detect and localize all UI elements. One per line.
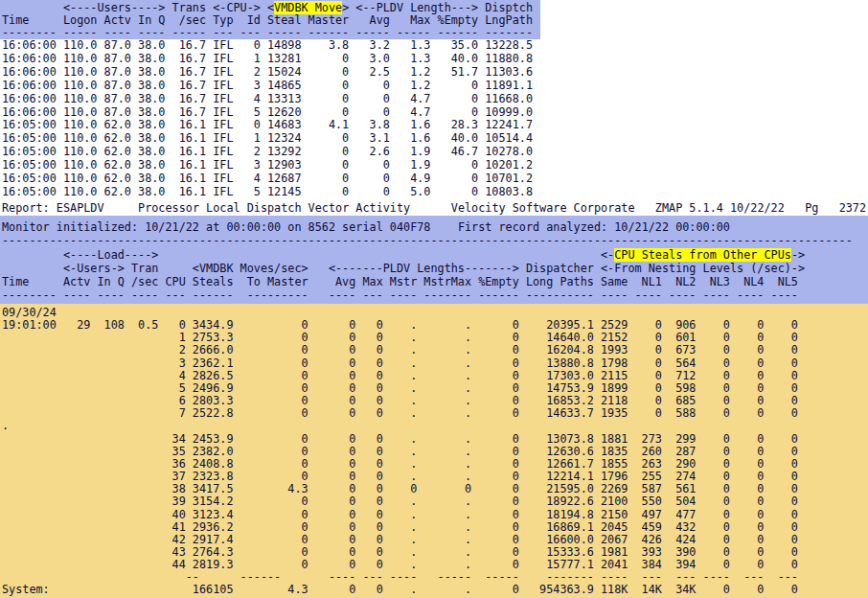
version-date: ZMAP 5.1.4 10/22/22 <box>655 201 785 215</box>
table-row: 16:06:00 110.0 87.0 38.0 16.7 IFL 2 1502… <box>2 66 868 80</box>
first-record-analyzed: First record analyzed: 10/21/22 00:00:00 <box>458 220 730 234</box>
monitor-initialized: Monitor initialized: 10/21/22 at 00:00:0… <box>2 220 430 234</box>
page-label: Pg <box>805 201 818 215</box>
table-row: 16:06:00 110.0 87.0 38.0 16.7 IFL 5 1262… <box>2 106 868 120</box>
page-number: 2372 <box>839 201 866 215</box>
bottom-header-underline: -------- ---- ---- ---- --- ------ -----… <box>2 288 868 302</box>
table-row: 16:05:00 110.0 62.0 38.0 16.1 IFL 0 1468… <box>2 119 868 132</box>
table-row: 40 3123.4 0 0 0 . . 0 18194.8 2150 497 4… <box>2 509 868 521</box>
table-row: 42 2917.4 0 0 0 . . 0 16600.0 2067 426 4… <box>2 534 868 546</box>
table-row: 7 2522.8 0 0 0 . . 0 14633.7 1935 0 588 … <box>2 407 868 420</box>
monitor-header-band: Monitor initialized: 10/21/22 at 00:00:0… <box>0 216 868 304</box>
top-data-table: 16:06:00 110.0 87.0 38.0 16.7 IFL 0 1489… <box>2 39 868 199</box>
date-label: 09/30/24 <box>2 306 57 319</box>
table-row: 34 2453.9 0 0 0 . . 0 13073.8 1881 273 2… <box>2 433 868 446</box>
bottom-header-arrow-line-2: <-Users-> Tran <VMDBK Moves/sec> <------… <box>2 262 868 275</box>
report-id: Report: ESAPLDV <box>2 201 104 215</box>
table-row: 4 2826.5 0 0 0 . . 0 17303.0 2115 0 712 … <box>2 370 868 382</box>
bottom-header-column-labels: Time Actv In Q /sec CPU Steals To Master… <box>2 275 868 288</box>
top-header-band: <----Users----> Trans <-CPU-> <VMDBK Mov… <box>0 0 540 39</box>
report-title: Processor Local Dispatch Vector Activity <box>138 201 410 215</box>
highlighted-label: CPU Steals from Other CPUs <box>614 248 791 262</box>
table-row: 16:05:00 110.0 62.0 38.0 16.1 IFL 1 1232… <box>2 132 868 146</box>
table-row: 16:05:00 110.0 62.0 38.0 16.1 IFL 4 1268… <box>2 172 868 186</box>
table-row: 16:06:00 110.0 87.0 38.0 16.7 IFL 0 1489… <box>2 39 868 53</box>
monitor-line: Monitor initialized: 10/21/22 at 00:00:0… <box>2 220 868 234</box>
full-width-separator: ----------------------------------------… <box>2 234 868 247</box>
zmap-report-screen: <----Users----> Trans <-CPU-> <VMDBK Mov… <box>0 0 868 598</box>
bottom-data-section: 09/30/2419:01:00 29 108 0.5 0 3434.9 0 0… <box>0 304 868 598</box>
table-row: 39 3154.2 0 0 0 . . 0 18922.6 2100 550 5… <box>2 495 868 508</box>
table-row: 16:06:00 110.0 87.0 38.0 16.7 IFL 1 1328… <box>2 53 868 66</box>
table-row: 16:05:00 110.0 62.0 38.0 16.1 IFL 2 1329… <box>2 146 868 159</box>
table-row: 2 2666.0 0 0 0 . . 0 16204.8 1993 0 673 … <box>2 344 868 356</box>
report-title-line: Report: ESAPLDV Processor Local Dispatch… <box>2 199 868 216</box>
table-row: 16:06:00 110.0 87.0 38.0 16.7 IFL 4 1331… <box>2 93 868 106</box>
company-name: Velocity Software Corporate <box>451 201 635 215</box>
report-line: Report: ESAPLDV Processor Local Dispatch… <box>2 202 868 215</box>
table-row: 16:05:00 110.0 62.0 38.0 16.1 IFL 3 1290… <box>2 159 868 172</box>
table-row: 41 2936.2 0 0 0 . . 0 16869.1 2045 459 4… <box>2 521 868 534</box>
highlighted-label: VMDBK Move <box>274 1 342 14</box>
bottom-header-arrow-line-1: <----Load----> <-CPU Steals from Other C… <box>2 248 868 262</box>
table-row: 35 2382.0 0 0 0 . . 0 12630.6 1835 260 2… <box>2 446 868 458</box>
table-row: 16:06:00 110.0 87.0 38.0 16.7 IFL 3 1486… <box>2 80 868 93</box>
break-marker: . <box>2 420 868 432</box>
system-totals-row: System: 166105 4.3 0 0 . . 0 954363.9 11… <box>2 584 868 596</box>
table-row: 3 2362.1 0 0 0 . . 0 13880.8 1798 0 564 … <box>2 357 868 370</box>
table-row: 16:05:00 110.0 62.0 38.0 16.1 IFL 5 1214… <box>2 186 868 199</box>
